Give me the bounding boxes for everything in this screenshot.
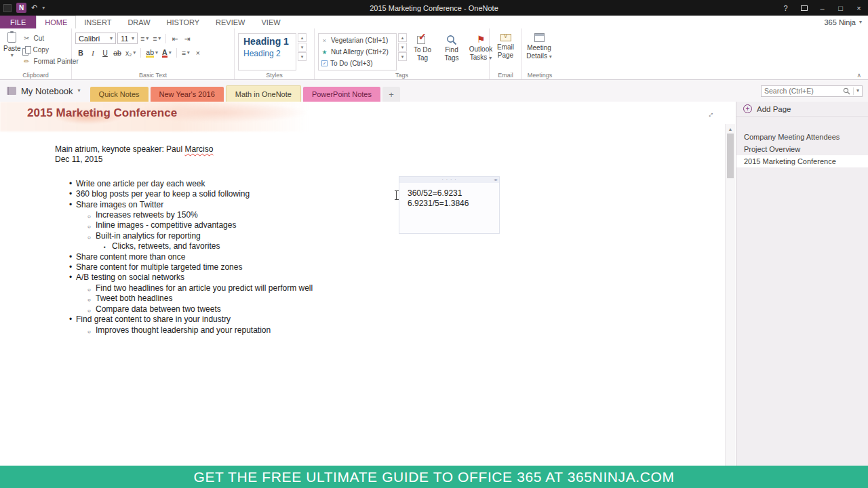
account-menu[interactable]: 365 Ninja ▾ <box>825 16 863 28</box>
tags-more-button[interactable]: ▾ <box>398 52 407 61</box>
note-line[interactable]: Main atrium, keynote speaker: Paul Marci… <box>55 144 435 155</box>
page-title[interactable]: 2015 Marketing Conference <box>27 106 177 120</box>
search-icon[interactable] <box>843 87 850 95</box>
list-item[interactable]: Share images on Twitter <box>55 200 435 210</box>
list-item[interactable]: Share content more than once <box>55 252 435 262</box>
numbering-button[interactable]: ≡▾ <box>151 33 162 44</box>
bullets-button[interactable]: ≡▾ <box>139 33 150 44</box>
customize-qat-dropdown-icon[interactable]: ▾ <box>42 5 45 11</box>
misspelled-word[interactable]: Marciso <box>184 144 213 154</box>
list-item[interactable]: 360 blog posts per year to keep a solid … <box>55 189 435 199</box>
search-box[interactable]: ▾ <box>761 85 863 97</box>
note-line[interactable]: Dec 11, 2015 <box>55 155 435 165</box>
section-tab-new-years-2016[interactable]: New Year's 2016 <box>151 87 224 102</box>
font-size-select[interactable]: 11 ▾ <box>117 33 138 44</box>
math-line[interactable]: 360/52=6.9231 <box>408 188 499 199</box>
tab-history[interactable]: HISTORY <box>159 16 208 28</box>
styles-scroll-up-button[interactable]: ▴ <box>298 33 307 42</box>
decrease-indent-button[interactable]: ⇤ <box>170 33 180 44</box>
list-item[interactable]: Tweet both headlines <box>55 293 435 304</box>
find-tags-button[interactable]: Find Tags <box>438 33 465 70</box>
tab-draw[interactable]: DRAW <box>119 16 158 28</box>
todo-checkbox-icon: ✓ <box>321 60 328 66</box>
note-container[interactable]: · · · · ◂▸ 360/52=6.9231 6.9231/5=1.3846 <box>399 176 500 234</box>
vertical-scrollbar[interactable]: ▲ <box>725 124 735 466</box>
underline-button[interactable]: U <box>100 47 111 58</box>
list-item[interactable]: Find great content to share in your indu… <box>55 314 435 325</box>
tag-vegetarian[interactable]: × Vegetarian (Ctrl+1) <box>319 36 396 45</box>
scrollbar-thumb[interactable] <box>727 134 734 178</box>
page-list-item[interactable]: Project Overview <box>736 143 868 155</box>
styles-more-button[interactable]: ▾ <box>298 52 307 61</box>
page-list-item[interactable]: Company Meeting Attendees <box>736 131 868 143</box>
add-page-button[interactable]: + Add Page <box>736 102 868 117</box>
bold-button[interactable]: B <box>75 47 86 58</box>
styles-scroll-down-button[interactable]: ▾ <box>298 43 307 52</box>
list-item[interactable]: Clicks, retweets, and favorites <box>55 241 435 251</box>
math-line[interactable]: 6.9231/5=1.3846 <box>408 199 499 209</box>
minimize-button[interactable]: – <box>813 0 831 16</box>
ribbon: Paste ▾ ✂ Cut Copy ✏ Format Painter Clip… <box>0 28 868 80</box>
window-system-icon[interactable] <box>3 4 12 12</box>
cut-button[interactable]: ✂ Cut <box>21 34 80 43</box>
onenote-app-icon[interactable]: N <box>16 3 26 13</box>
list-item[interactable]: Find two headlines for an article you pr… <box>55 283 435 293</box>
style-heading-2[interactable]: Heading 2 <box>243 49 291 58</box>
search-scope-dropdown-icon[interactable]: ▾ <box>856 88 859 94</box>
notebook-dropdown[interactable]: My Notebook ▾ <box>0 86 90 96</box>
tab-review[interactable]: REVIEW <box>208 16 253 28</box>
italic-button[interactable]: I <box>87 47 98 58</box>
list-item[interactable]: Built-in analytics for reporting <box>55 231 435 241</box>
list-item[interactable]: A/B testing on social networks <box>55 272 435 283</box>
increase-indent-button[interactable]: ⇥ <box>182 33 193 44</box>
format-painter-button[interactable]: ✏ Format Painter <box>21 57 80 66</box>
subscript-button[interactable]: x₂▾ <box>124 47 137 58</box>
help-button[interactable]: ? <box>776 0 795 16</box>
clear-formatting-button[interactable]: × <box>193 47 203 58</box>
highlight-button[interactable]: ab▾ <box>144 47 159 58</box>
paragraph-alignment-button[interactable]: ≡▾ <box>180 47 191 58</box>
section-tab-quick-notes[interactable]: Quick Notes <box>90 87 149 102</box>
tags-scroll-up-button[interactable]: ▴ <box>398 33 407 42</box>
tag-to-do[interactable]: ✓ To Do (Ctrl+3) <box>319 59 396 68</box>
to-do-tag-button[interactable]: ✓ To Do Tag <box>409 33 436 70</box>
maximize-button[interactable]: □ <box>831 0 850 16</box>
list-item[interactable]: Inline images - competitive advantages <box>55 220 435 230</box>
tab-home[interactable]: HOME <box>36 16 76 28</box>
new-section-button[interactable]: + <box>382 87 400 102</box>
font-name-select[interactable]: Calibri ▾ <box>75 33 116 44</box>
meeting-details-button[interactable]: Meeting Details ▾ <box>526 30 553 70</box>
list-item[interactable]: Compare data between two tweets <box>55 304 435 314</box>
list-item[interactable]: Share content for multiple targeted time… <box>55 262 435 272</box>
list-item[interactable]: Increases retweets by 150% <box>55 210 435 220</box>
page-list-item-selected[interactable]: 2015 Marketing Conference <box>736 155 868 167</box>
section-tab-math-in-onenote[interactable]: Math in OneNote <box>226 85 301 102</box>
ribbon-display-options-button[interactable] <box>795 0 813 16</box>
list-item[interactable]: Improves thought leadership and your rep… <box>55 325 435 336</box>
copy-button[interactable]: Copy <box>21 45 80 54</box>
scrollbar-up-arrow[interactable]: ▲ <box>726 124 735 134</box>
undo-icon[interactable]: ↶ <box>31 4 37 12</box>
page-canvas[interactable]: 2015 Marketing Conference ↔ Main atrium,… <box>0 102 725 466</box>
tab-insert[interactable]: INSERT <box>76 16 119 28</box>
tags-scroll-down-button[interactable]: ▾ <box>398 43 407 52</box>
collapse-ribbon-button[interactable]: ∧ <box>856 72 861 79</box>
tab-file[interactable]: FILE <box>0 16 36 28</box>
paste-button[interactable]: Paste ▾ <box>3 30 21 70</box>
list-item[interactable]: Write one article per day each week <box>55 179 435 189</box>
font-color-button[interactable]: A▾ <box>161 47 173 58</box>
expand-page-icon[interactable]: ↔ <box>704 108 716 120</box>
tag-label: Nut Allergy (Ctrl+2) <box>331 48 389 56</box>
resize-arrows-icon[interactable]: ◂▸ <box>494 177 498 182</box>
tag-nut-allergy[interactable]: ★ Nut Allergy (Ctrl+2) <box>319 47 396 57</box>
section-tab-powerpoint-notes[interactable]: PowerPoint Notes <box>303 87 380 102</box>
paste-label: Paste <box>3 45 21 52</box>
find-tags-label: Find <box>445 46 458 54</box>
note-container-move-handle[interactable]: · · · · ◂▸ <box>399 177 499 183</box>
close-button[interactable]: × <box>850 0 868 16</box>
style-heading-1[interactable]: Heading 1 <box>243 36 291 47</box>
strikethrough-button[interactable]: ab <box>112 47 123 58</box>
email-page-button[interactable]: Email Page <box>493 30 518 70</box>
search-input[interactable] <box>764 87 840 95</box>
tab-view[interactable]: VIEW <box>253 16 288 28</box>
